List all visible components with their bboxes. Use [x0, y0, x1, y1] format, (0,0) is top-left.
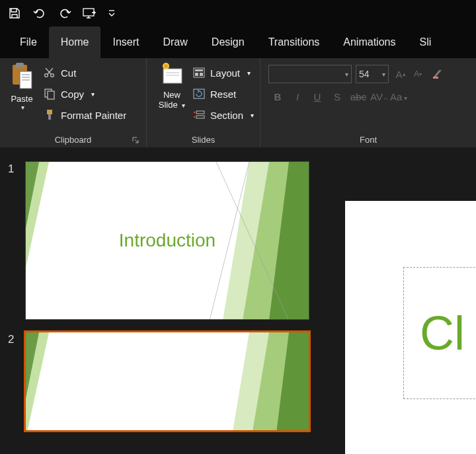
- group-clipboard: Paste ▾ Cut Copy ▾: [0, 58, 147, 147]
- save-icon[interactable]: [7, 5, 22, 21]
- svg-point-9: [51, 74, 54, 77]
- layout-label: Layout: [210, 67, 240, 79]
- copy-icon: [44, 88, 56, 100]
- slide-editor[interactable]: Cl: [324, 148, 476, 454]
- scissors-icon: [44, 67, 56, 79]
- group-label: Clipboard: [5, 132, 141, 146]
- title-placeholder[interactable]: Cl: [403, 267, 476, 399]
- tab-home[interactable]: Home: [49, 26, 101, 58]
- svg-rect-27: [433, 77, 438, 79]
- copy-button[interactable]: Copy ▾: [44, 85, 141, 103]
- chevron-down-icon: ▾: [247, 69, 251, 77]
- reset-button[interactable]: Reset: [193, 85, 255, 103]
- svg-rect-23: [196, 111, 204, 114]
- tab-insert[interactable]: Insert: [100, 26, 151, 58]
- new-slide-label2: Slide: [159, 100, 178, 110]
- svg-rect-3: [16, 63, 24, 67]
- decoration: [26, 162, 59, 320]
- paintbrush-icon: [44, 109, 56, 121]
- undo-icon[interactable]: [32, 5, 48, 21]
- decoration: [210, 162, 309, 320]
- strikethrough-button[interactable]: abc: [350, 91, 364, 102]
- tab-transitions[interactable]: Transitions: [257, 26, 332, 58]
- tab-draw[interactable]: Draw: [151, 26, 199, 58]
- reset-icon: [193, 88, 205, 100]
- layout-icon: [193, 67, 205, 79]
- svg-point-8: [45, 74, 48, 77]
- cut-label: Cut: [61, 67, 76, 79]
- thumbnail-panel: 1 Introduction 2: [0, 148, 324, 454]
- section-button[interactable]: Section ▾: [193, 106, 255, 124]
- chevron-down-icon: ▾: [382, 71, 385, 78]
- chevron-down-icon: ▾: [251, 112, 254, 119]
- svg-rect-24: [196, 116, 204, 118]
- increase-font-icon[interactable]: A▴: [393, 66, 409, 82]
- reset-label: Reset: [210, 89, 236, 100]
- redo-icon[interactable]: [57, 5, 73, 21]
- workspace: 1 Introduction 2: [0, 148, 476, 454]
- ribbon-tabs: File Home Insert Draw Design Transitions…: [0, 26, 476, 58]
- font-size-value: 54: [359, 69, 370, 79]
- slide-thumbnail-2[interactable]: [25, 332, 309, 431]
- change-case-button[interactable]: Aa▾: [390, 91, 403, 102]
- format-painter-label: Format Painter: [61, 110, 126, 121]
- ribbon: Paste ▾ Cut Copy ▾: [0, 58, 476, 148]
- chevron-down-icon: ▾: [182, 102, 185, 109]
- thumbnail-number: 1: [8, 161, 20, 320]
- clear-formatting-icon[interactable]: [430, 66, 446, 82]
- dialog-launcher-icon[interactable]: [132, 136, 139, 144]
- decoration: [26, 332, 59, 431]
- paste-icon: [11, 62, 33, 90]
- slide-thumbnail-1[interactable]: Introduction: [25, 161, 309, 320]
- tab-animations[interactable]: Animations: [331, 26, 407, 58]
- svg-rect-26: [194, 116, 195, 118]
- thumbnail-row: 2: [8, 332, 316, 431]
- svg-rect-21: [200, 73, 203, 76]
- tab-file[interactable]: File: [16, 26, 49, 58]
- present-from-start-icon[interactable]: [82, 5, 98, 21]
- layout-button[interactable]: Layout ▾: [193, 63, 255, 82]
- underline-button[interactable]: U: [311, 91, 324, 102]
- svg-rect-19: [195, 69, 203, 71]
- shadow-button[interactable]: S: [331, 91, 344, 102]
- character-spacing-button[interactable]: AV↔: [370, 91, 383, 102]
- svg-rect-13: [48, 114, 51, 120]
- thumbnail-number: 2: [8, 332, 20, 431]
- group-slides: New Slide ▾ Layout ▾ Reset: [147, 58, 260, 147]
- svg-rect-25: [194, 112, 195, 113]
- font-family-combo[interactable]: ▾: [268, 65, 352, 83]
- section-label: Section: [210, 110, 243, 121]
- tab-slideshow[interactable]: Sli: [407, 26, 443, 58]
- paste-button[interactable]: Paste ▾: [5, 61, 38, 132]
- bold-button[interactable]: B: [271, 91, 284, 102]
- decoration: [210, 332, 309, 431]
- quick-access-toolbar: [0, 0, 476, 26]
- group-label: Font: [266, 132, 471, 146]
- font-size-combo[interactable]: 54 ▾: [356, 65, 389, 83]
- group-label: Slides: [152, 132, 255, 146]
- group-font: ▾ 54 ▾ A▴ A▾ B I U S abc: [260, 58, 476, 147]
- format-painter-button[interactable]: Format Painter: [44, 106, 141, 124]
- placeholder-text: Cl: [420, 306, 465, 360]
- italic-button[interactable]: I: [291, 91, 304, 102]
- svg-rect-11: [48, 91, 54, 99]
- svg-rect-12: [47, 110, 52, 114]
- svg-rect-20: [195, 73, 198, 76]
- customize-qat-icon[interactable]: [107, 5, 116, 21]
- svg-rect-14: [163, 69, 182, 83]
- new-slide-button[interactable]: New Slide ▾: [152, 61, 192, 132]
- new-slide-label1: New: [163, 90, 180, 100]
- decrease-font-icon[interactable]: A▾: [410, 66, 426, 82]
- tab-design[interactable]: Design: [200, 26, 257, 58]
- copy-label: Copy: [61, 89, 84, 100]
- slide-title: Introduction: [119, 230, 216, 251]
- thumbnail-row: 1 Introduction: [8, 161, 316, 320]
- paste-label: Paste: [11, 94, 32, 104]
- cut-button[interactable]: Cut: [44, 63, 141, 82]
- new-slide-icon: [159, 62, 184, 87]
- chevron-down-icon: ▾: [345, 71, 348, 78]
- chevron-down-icon: ▾: [91, 91, 95, 98]
- section-icon: [193, 109, 205, 121]
- chevron-down-icon: ▾: [21, 104, 24, 111]
